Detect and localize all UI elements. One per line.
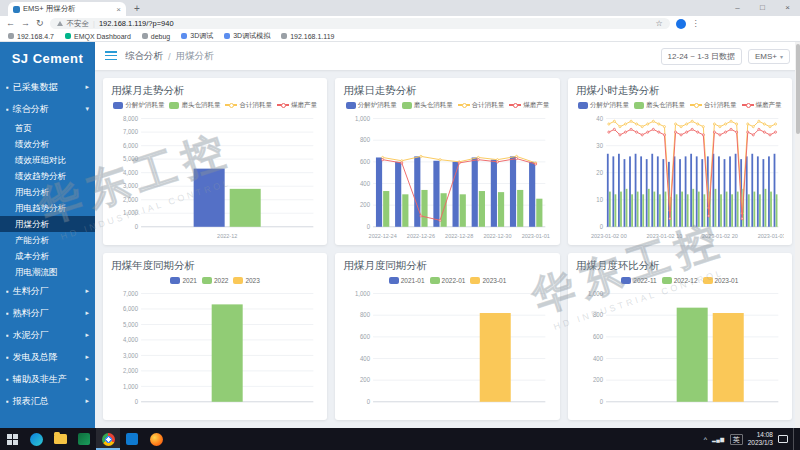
bar-legend-marker: [578, 102, 588, 109]
chart-canvas: 0102030402023-01-02 002023-01-02 102023-…: [576, 112, 784, 241]
browser-menu-icon[interactable]: ⋮: [692, 19, 700, 28]
sidebar-item-label: 熟料分厂: [13, 307, 49, 320]
chart-card-day-trend: 用煤日走势分析 分解炉消耗量磨头仓消耗量合计消耗量煤磨产量 0200400600…: [335, 78, 559, 245]
tab-title: EMS+ 用煤分析: [23, 4, 113, 14]
line-legend-dot: [746, 103, 751, 108]
hamburger-icon[interactable]: [105, 51, 117, 60]
sidebar-item-power-flow-diagram[interactable]: 用电潮流图: [0, 264, 95, 280]
legend-item[interactable]: 2022-01: [430, 277, 466, 284]
legend-item[interactable]: 2023-01: [470, 277, 506, 284]
legend-label: 合计消耗量: [704, 101, 737, 110]
scrollbar-thumb[interactable]: [796, 44, 800, 134]
sidebar-item-auxiliary[interactable]: ▪ 辅助及非生产 ▸: [0, 368, 95, 390]
bookmark-item[interactable]: 3D调试模拟: [224, 31, 270, 41]
chevron-right-icon: ▸: [85, 397, 89, 405]
legend-item[interactable]: 分解炉消耗量: [346, 101, 397, 110]
tray-expand-icon[interactable]: ^: [704, 436, 707, 443]
url-input[interactable]: 不安全 | 192.168.1.119/?p=940 ☆: [50, 18, 670, 29]
sidebar-item-performance-analysis[interactable]: 绩效分析: [0, 136, 95, 152]
taskbar-firefox-icon[interactable]: [144, 428, 168, 450]
legend-item[interactable]: 合计消耗量: [225, 101, 272, 110]
bookmark-item[interactable]: debug: [142, 33, 170, 40]
action-center-icon[interactable]: [778, 435, 788, 443]
show-desktop-button[interactable]: [793, 428, 797, 450]
sidebar-item-performance-team-compare[interactable]: 绩效班组对比: [0, 152, 95, 168]
breadcrumb-parent[interactable]: 综合分析: [125, 50, 163, 63]
svg-text:0: 0: [135, 398, 139, 405]
taskbar-chrome-icon[interactable]: [96, 428, 120, 450]
taskbar-explorer-icon[interactable]: [48, 428, 72, 450]
svg-text:2022-12: 2022-12: [217, 233, 237, 239]
sidebar-item-cement-plant[interactable]: ▪ 水泥分厂 ▸: [0, 324, 95, 346]
page-scrollbar[interactable]: [795, 42, 800, 428]
maximize-button[interactable]: □: [750, 0, 775, 16]
profile-avatar[interactable]: [676, 19, 686, 29]
taskbar-excel-icon[interactable]: [72, 428, 96, 450]
input-language-indicator[interactable]: 英: [730, 434, 743, 445]
bookmark-star-icon[interactable]: ☆: [655, 19, 662, 28]
sidebar-item-clinker-plant[interactable]: ▪ 熟料分厂 ▸: [0, 302, 95, 324]
legend-label: 2022-01: [442, 277, 466, 284]
start-button[interactable]: [0, 428, 24, 450]
chart-card-month-trend: 用煤月走势分析 分解炉消耗量磨头仓消耗量合计消耗量煤磨产量 01,0002,00…: [103, 78, 327, 245]
sidebar-item-performance-trend[interactable]: 绩效趋势分析: [0, 168, 95, 184]
svg-text:0: 0: [367, 398, 371, 405]
sidebar-item-reports[interactable]: ▪ 报表汇总 ▸: [0, 390, 95, 412]
chart-legend: 分解炉消耗量磨头仓消耗量合计消耗量煤磨产量: [111, 99, 319, 111]
network-icon[interactable]: ▂▄▆: [712, 436, 725, 442]
sidebar-item-power-trend[interactable]: 用电趋势分析: [0, 200, 95, 216]
legend-item[interactable]: 2023-01: [703, 277, 739, 284]
legend-item[interactable]: 2023: [233, 277, 259, 284]
reload-icon[interactable]: ↻: [36, 16, 44, 31]
new-tab-button[interactable]: +: [134, 2, 140, 16]
legend-item[interactable]: 合计消耗量: [690, 101, 737, 110]
sidebar-item-raw-material-plant[interactable]: ▪ 生料分厂 ▸: [0, 280, 95, 302]
sidebar-item-power-generation[interactable]: ▪ 发电及总降 ▸: [0, 346, 95, 368]
bookmark-item[interactable]: EMQX Dashboard: [65, 33, 131, 40]
legend-item[interactable]: 磨头仓消耗量: [634, 101, 685, 110]
bookmark-item[interactable]: 192.168.4.7: [8, 33, 54, 40]
legend-item[interactable]: 合计消耗量: [458, 101, 505, 110]
legend-item[interactable]: 2021: [170, 277, 196, 284]
legend-item[interactable]: 2022: [202, 277, 228, 284]
legend-item[interactable]: 分解炉消耗量: [578, 101, 629, 110]
back-icon[interactable]: ←: [6, 16, 15, 31]
sidebar-item-home[interactable]: 首页: [0, 120, 95, 136]
minimize-button[interactable]: –: [725, 0, 750, 16]
close-tab-icon[interactable]: ×: [116, 5, 121, 14]
date-range-picker[interactable]: 12-24 ~ 1-3 日数据: [661, 48, 742, 65]
sidebar-item-coal-analysis[interactable]: 用煤分析: [0, 216, 95, 232]
close-button[interactable]: ×: [775, 0, 800, 16]
taskbar-clock[interactable]: 14:08 2023/1/3: [748, 431, 773, 448]
legend-item[interactable]: 煤磨产量: [277, 101, 317, 110]
chart-card-hour-trend: 用煤小时走势分析 分解炉消耗量磨头仓消耗量合计消耗量煤磨产量 010203040…: [568, 78, 792, 245]
sidebar-item-power-analysis[interactable]: 用电分析: [0, 184, 95, 200]
taskbar-vscode-icon[interactable]: [120, 428, 144, 450]
bookmark-item[interactable]: 3D调试: [181, 31, 213, 41]
legend-label: 分解炉消耗量: [590, 101, 629, 110]
legend-item[interactable]: 2022-12: [662, 277, 698, 284]
sidebar-item-capacity-analysis[interactable]: 产能分析: [0, 232, 95, 248]
svg-text:2023-01-03 06: 2023-01-03 06: [757, 233, 784, 239]
browser-tab[interactable]: EMS+ 用煤分析 ×: [8, 2, 126, 16]
legend-item[interactable]: 分解炉消耗量: [113, 101, 164, 110]
legend-item[interactable]: 磨头仓消耗量: [402, 101, 453, 110]
forward-icon[interactable]: →: [21, 16, 30, 31]
svg-text:400: 400: [360, 179, 370, 186]
bookmark-item[interactable]: 192.168.1.119: [281, 33, 334, 40]
sidebar-item-cost-analysis[interactable]: 成本分析: [0, 248, 95, 264]
taskbar-edge-icon[interactable]: [24, 428, 48, 450]
profile-select[interactable]: EMS+▾: [748, 49, 790, 64]
legend-item[interactable]: 煤磨产量: [509, 101, 549, 110]
legend-item[interactable]: 2021-01: [389, 277, 425, 284]
legend-item[interactable]: 磨头仓消耗量: [169, 101, 220, 110]
security-label[interactable]: 不安全: [67, 19, 90, 29]
sidebar-item-collected-data[interactable]: ▪ 已采集数据 ▸: [0, 76, 95, 98]
sidebar-item-comprehensive-analysis[interactable]: ▪ 综合分析 ▾: [0, 98, 95, 120]
chrome-icon: [102, 433, 115, 446]
legend-label: 磨头仓消耗量: [414, 101, 453, 110]
legend-item[interactable]: 2022-11: [621, 277, 656, 284]
legend-item[interactable]: 煤磨产量: [742, 101, 782, 110]
chart-legend: 2022-112022-122023-01: [576, 274, 784, 286]
clock-date: 2023/1/3: [748, 439, 773, 447]
